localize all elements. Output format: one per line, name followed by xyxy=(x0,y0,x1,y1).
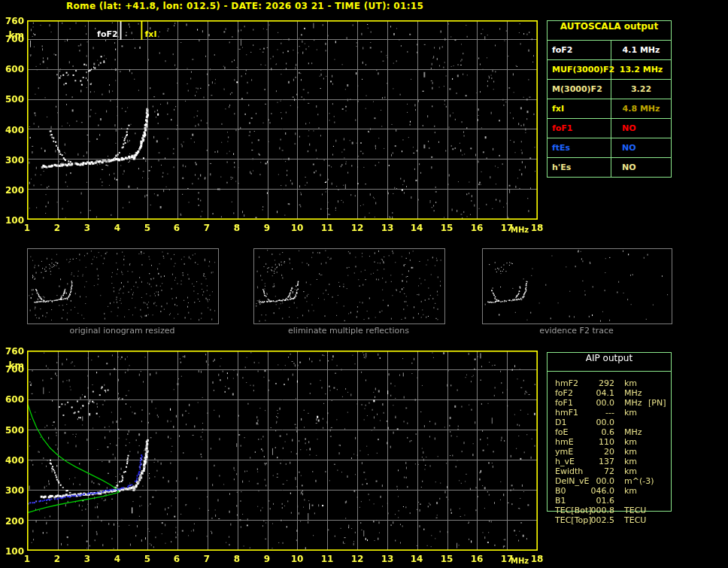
aip-row-unit: km xyxy=(624,437,637,447)
aip-row-unit: km xyxy=(624,486,637,496)
x-tick: 2 xyxy=(49,223,65,233)
autoscala-row: ftEsNO xyxy=(548,138,671,158)
autoscala-row: foF24.1 MHz xyxy=(548,41,671,60)
aip-row-unit: TECU xyxy=(624,506,646,515)
aip-row-note: [PN] xyxy=(648,398,666,408)
x-tick: 6 xyxy=(168,554,185,564)
x-tick: 10 xyxy=(289,223,305,233)
aip-row: DelN_vE00.0m^(-3) xyxy=(547,476,672,486)
x-tick: 13 xyxy=(379,223,396,233)
aip-row-label: foF1 xyxy=(555,398,573,408)
y-tick: 600 xyxy=(3,394,24,405)
x-tick: 9 xyxy=(259,554,275,564)
x-tick: 17 xyxy=(499,223,515,233)
x-tick: 18 xyxy=(529,223,545,233)
autoscala-row-label: h'Es xyxy=(548,158,611,177)
aip-row-value: 002.5 xyxy=(591,515,615,525)
x-tick: 15 xyxy=(438,554,455,564)
y-tick: 200 xyxy=(3,185,24,196)
aip-row-value: 00.0 xyxy=(596,398,615,408)
aip-row-value: 00.0 xyxy=(596,476,615,486)
x-tick: 7 xyxy=(199,554,215,564)
y-tick: 100 xyxy=(3,546,24,557)
x-tick: 10 xyxy=(289,554,305,564)
autoscala-table-rows: foF24.1 MHzMUF(3000)F213.2 MHzM(3000)F23… xyxy=(548,41,671,177)
aip-row: h_vE137km xyxy=(547,457,672,466)
autoscala-row-label: M(3000)F2 xyxy=(548,80,611,99)
aip-row-label: B1 xyxy=(555,496,566,506)
y-tick: 600 xyxy=(3,64,24,74)
y-tick: 760 xyxy=(3,16,24,26)
x-tick: 1 xyxy=(19,554,35,564)
x-tick: 13 xyxy=(379,554,396,564)
aip-row-unit: TECU xyxy=(624,515,646,525)
aip-row-value: 0.6 xyxy=(602,427,615,437)
page-title: Rome (lat: +41.8, lon: 012.5) - DATE: 20… xyxy=(66,1,423,11)
autoscala-row-label: ftEs xyxy=(548,138,611,157)
y-tick: 200 xyxy=(3,516,24,527)
autoscala-row: fxI4.8 MHz xyxy=(548,99,671,119)
autoscala-row-label: MUF(3000)F2 xyxy=(548,60,611,79)
aip-row: B101.6 xyxy=(547,496,672,506)
aip-row-value: 20 xyxy=(604,447,614,457)
x-tick: 3 xyxy=(79,223,96,233)
aip-row-value: 00.0 xyxy=(596,418,615,427)
y-tick: 700 xyxy=(3,34,24,44)
autoscala-table-title: AUTOSCALA output xyxy=(548,21,671,41)
x-tick: 1 xyxy=(19,223,35,233)
aip-row-label: ymE xyxy=(555,447,573,457)
aip-row-value: 000.8 xyxy=(591,506,615,515)
x-tick: 16 xyxy=(469,223,485,233)
autoscala-row-value: 4.8 MHz xyxy=(611,99,671,118)
aip-row: hmF1---km xyxy=(547,408,672,418)
aip-row-value: 72 xyxy=(604,466,614,476)
thumbnail-caption-2: eliminate multiple reflections xyxy=(253,326,444,336)
aip-row-value: 04.1 xyxy=(596,388,615,398)
aip-row-unit: km xyxy=(624,457,637,466)
thumbnail-f2-trace xyxy=(482,248,672,324)
autoscala-row-value: NO xyxy=(611,158,671,177)
x-tick: 5 xyxy=(139,554,156,564)
y-tick: 300 xyxy=(3,155,24,166)
aip-row: Ewidth72km xyxy=(547,466,672,476)
autoscala-row: MUF(3000)F213.2 MHz xyxy=(548,60,671,80)
y-tick: 500 xyxy=(3,94,24,105)
autoscala-row-label: foF2 xyxy=(548,41,611,59)
aip-row-value: 137 xyxy=(599,457,614,466)
aip-row-label: TEC[Bot] xyxy=(555,506,592,515)
thumbnail-original-ionogram xyxy=(27,248,219,324)
autoscala-row-label: fxI xyxy=(548,99,611,118)
x-tick: 16 xyxy=(469,554,485,564)
autoscala-screen: Rome (lat: +41.8, lon: 012.5) - DATE: 20… xyxy=(0,0,728,568)
autoscala-row-value: NO xyxy=(611,119,671,138)
x-tick: 18 xyxy=(529,554,545,564)
aip-row: D100.0 xyxy=(547,418,672,427)
aip-row: ymE20km xyxy=(547,447,672,457)
aip-row-value: 110 xyxy=(599,437,614,447)
thumbnail-f2-canvas xyxy=(483,249,670,322)
x-tick: 11 xyxy=(319,223,335,233)
autoscala-row-value: 4.1 MHz xyxy=(611,41,671,59)
thumbnail-caption-1: original ionogram resized xyxy=(27,326,217,336)
x-tick: 14 xyxy=(408,554,425,564)
aip-row: foF204.1MHz xyxy=(547,388,672,398)
aip-row-unit: MHz xyxy=(624,427,642,437)
autoscala-row: foF1NO xyxy=(548,119,671,138)
aip-row-unit: m^(-3) xyxy=(624,476,654,486)
aip-row-label: B0 xyxy=(555,486,566,496)
aip-row-unit: km xyxy=(624,466,637,476)
autoscala-row-label: foF1 xyxy=(548,119,611,138)
x-tick: 11 xyxy=(319,554,335,564)
aip-row-value: --- xyxy=(605,408,614,418)
y-tick: 500 xyxy=(3,425,24,436)
aip-row-unit: MHz xyxy=(624,388,642,398)
aip-row-label: TEC[Top] xyxy=(555,515,592,525)
autoscala-row-value: 13.2 MHz xyxy=(611,60,671,79)
aip-row-unit: MHz xyxy=(624,398,642,408)
thumbnail-original-canvas xyxy=(28,249,217,322)
aip-row: TEC[Bot]000.8TECU xyxy=(547,506,672,515)
y-axis-unit: km xyxy=(3,360,24,371)
aip-row-label: foE xyxy=(555,427,569,437)
aip-row-value: 01.6 xyxy=(596,496,615,506)
aip-row-value: 292 xyxy=(599,378,614,388)
